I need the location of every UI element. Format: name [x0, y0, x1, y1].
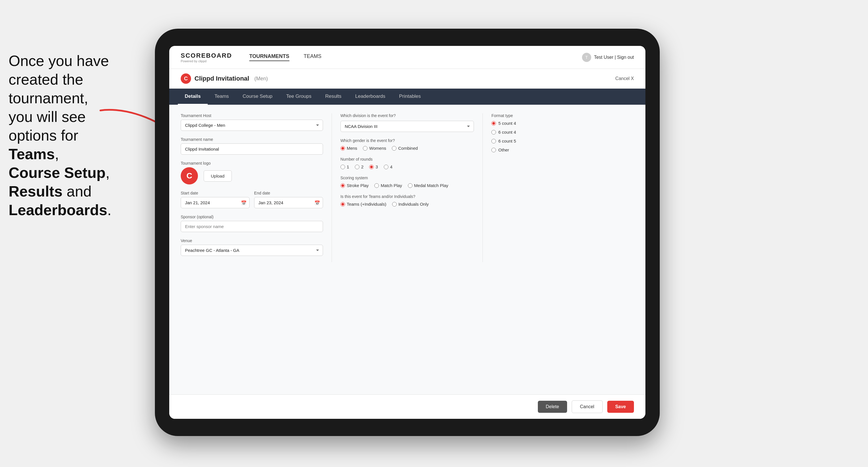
gender-mens-label: Mens — [347, 146, 358, 151]
scoring-medal-label: Medal Match Play — [414, 183, 448, 188]
rounds-4-radio[interactable] — [384, 165, 389, 169]
top-nav: SCOREBOARD Powered by clippd TOURNAMENTS… — [169, 46, 645, 69]
dates-group: Start date 📅 End date 📅 — [181, 191, 323, 208]
tabs-row: Details Teams Course Setup Tee Groups Re… — [169, 89, 645, 105]
tournament-name-group: Tournament name Clippd Invitational — [181, 137, 323, 155]
scoring-label: Scoring system — [340, 176, 474, 180]
tablet-device: SCOREBOARD Powered by clippd TOURNAMENTS… — [155, 29, 660, 436]
start-date-input[interactable] — [181, 197, 250, 208]
gender-mens-radio[interactable] — [340, 146, 345, 151]
nav-link-tournaments[interactable]: TOURNAMENTS — [249, 53, 289, 61]
sponsor-input[interactable] — [181, 221, 323, 232]
division-group: Which division is the event for? NCAA Di… — [340, 113, 474, 132]
tournament-name-label: Tournament name — [181, 137, 323, 142]
rounds-1-radio[interactable] — [340, 165, 345, 169]
venue-group: Venue Peachtree GC - Atlanta - GA — [181, 238, 323, 256]
action-bar: Delete Cancel Save — [169, 395, 645, 419]
tab-tee-groups[interactable]: Tee Groups — [279, 89, 318, 105]
format-type-label: Format type — [491, 113, 634, 118]
format-6count4-label: 6 count 4 — [498, 130, 516, 134]
tournament-gender: (Men) — [254, 76, 268, 82]
scoring-group: Scoring system Stroke Play Match Play — [340, 176, 474, 188]
gender-womens[interactable]: Womens — [363, 146, 386, 151]
format-other[interactable]: Other — [491, 148, 634, 152]
rounds-2[interactable]: 2 — [355, 164, 364, 169]
start-date-calendar-icon: 📅 — [241, 200, 247, 206]
save-button[interactable]: Save — [607, 401, 634, 413]
sponsor-label: Sponsor (optional) — [181, 215, 323, 219]
gender-mens[interactable]: Mens — [340, 146, 358, 151]
rounds-3[interactable]: 3 — [369, 164, 378, 169]
scoring-match[interactable]: Match Play — [374, 183, 402, 188]
division-select[interactable]: NCAA Division III — [340, 121, 474, 132]
gender-combined-radio[interactable] — [392, 146, 396, 151]
tournament-title-row: C Clippd Invitational (Men) — [181, 73, 268, 84]
format-5count4[interactable]: 5 count 4 — [491, 121, 634, 126]
format-5count4-label: 5 count 4 — [498, 121, 516, 126]
rounds-3-radio[interactable] — [369, 165, 374, 169]
tablet-screen: SCOREBOARD Powered by clippd TOURNAMENTS… — [169, 46, 645, 419]
rounds-label: Number of rounds — [340, 157, 474, 161]
nav-links: TOURNAMENTS TEAMS — [249, 53, 321, 61]
sponsor-group: Sponsor (optional) — [181, 215, 323, 232]
delete-button[interactable]: Delete — [538, 401, 567, 413]
format-6count5-label: 6 count 5 — [498, 138, 516, 144]
upload-button[interactable]: Upload — [204, 170, 232, 182]
instruction-line2: created the — [9, 71, 83, 88]
format-6count5-radio[interactable] — [491, 139, 496, 144]
tab-printables[interactable]: Printables — [392, 89, 428, 105]
scoring-stroke[interactable]: Stroke Play — [340, 183, 369, 188]
venue-select[interactable]: Peachtree GC - Atlanta - GA — [181, 245, 323, 256]
scoring-medal-radio[interactable] — [408, 183, 412, 188]
rounds-1[interactable]: 1 — [340, 164, 349, 169]
tournament-name-input[interactable]: Clippd Invitational — [181, 144, 323, 155]
scoring-radio-group: Stroke Play Match Play Medal Match Play — [340, 183, 474, 188]
rounds-4[interactable]: 4 — [384, 164, 393, 169]
tab-teams[interactable]: Teams — [208, 89, 236, 105]
format-6count4-radio[interactable] — [491, 130, 496, 134]
logo-subtitle: Powered by clippd — [181, 59, 207, 63]
tournament-host-select[interactable]: Clippd College - Men — [181, 120, 323, 131]
gender-combined[interactable]: Combined — [392, 146, 417, 151]
gender-womens-radio[interactable] — [363, 146, 368, 151]
tab-course-setup[interactable]: Course Setup — [236, 89, 279, 105]
nav-link-teams[interactable]: TEAMS — [304, 53, 321, 61]
date-row: Start date 📅 End date 📅 — [181, 191, 323, 208]
division-label: Which division is the event for? — [340, 113, 474, 118]
start-date-group: Start date 📅 — [181, 191, 250, 208]
instruction-line4: you will see — [9, 108, 86, 125]
rounds-2-radio[interactable] — [355, 165, 360, 169]
tab-results[interactable]: Results — [318, 89, 348, 105]
gender-combined-label: Combined — [398, 146, 417, 151]
venue-label: Venue — [181, 238, 323, 243]
format-6count5[interactable]: 6 count 5 — [491, 138, 634, 144]
scoring-stroke-radio[interactable] — [340, 183, 345, 188]
individuals-only-radio[interactable] — [392, 202, 397, 207]
nav-left: SCOREBOARD Powered by clippd TOURNAMENTS… — [181, 52, 321, 63]
rounds-2-label: 2 — [361, 164, 364, 169]
individuals-only[interactable]: Individuals Only — [392, 201, 429, 207]
rounds-1-label: 1 — [347, 164, 349, 169]
teams-plus-radio[interactable] — [340, 202, 345, 207]
scoring-match-radio[interactable] — [374, 183, 379, 188]
end-date-input[interactable] — [254, 197, 323, 208]
instruction-line5: options for — [9, 127, 78, 144]
teams-plus-individuals[interactable]: Teams (+Individuals) — [340, 201, 386, 207]
format-other-radio[interactable] — [491, 148, 496, 152]
logo-upload-row: C Upload — [181, 167, 323, 184]
logo-circle: C — [181, 167, 198, 184]
tab-details[interactable]: Details — [178, 89, 208, 105]
user-sign-out[interactable]: Test User | Sign out — [594, 55, 634, 60]
tournament-icon: C — [181, 73, 191, 84]
end-date-calendar-icon: 📅 — [314, 200, 320, 206]
end-date-wrap: 📅 — [254, 197, 323, 208]
cancel-top-button[interactable]: Cancel X — [615, 76, 634, 81]
format-6count4[interactable]: 6 count 4 — [491, 130, 634, 134]
cancel-button[interactable]: Cancel — [572, 400, 603, 413]
scoring-medal[interactable]: Medal Match Play — [408, 183, 448, 188]
instruction-results: Results — [9, 183, 63, 200]
individuals-only-label: Individuals Only — [398, 201, 429, 207]
tournament-header: C Clippd Invitational (Men) Cancel X — [169, 69, 645, 89]
tab-leaderboards[interactable]: Leaderboards — [348, 89, 392, 105]
format-5count4-radio[interactable] — [491, 121, 496, 126]
